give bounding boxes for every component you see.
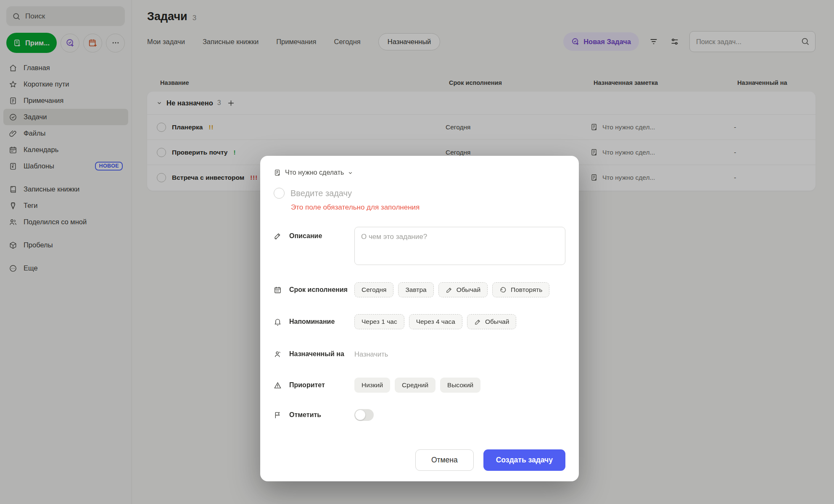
chip-label: Повторять — [511, 286, 542, 294]
reminder-label: Напоминание — [289, 318, 335, 326]
chip-label: Через 4 часа — [416, 318, 455, 326]
flag-field: Отметить — [274, 409, 565, 421]
pencil-icon — [446, 286, 453, 294]
due-chip-today[interactable]: Сегодня — [354, 282, 393, 297]
assignee-field: Назначенный на — [274, 346, 565, 362]
due-chip-tomorrow[interactable]: Завтра — [398, 282, 433, 297]
chip-label: Средний — [402, 381, 428, 389]
pencil-icon — [474, 318, 481, 326]
due-chip-custom[interactable]: Обычай — [438, 282, 488, 297]
description-label: Описание — [289, 232, 322, 240]
chip-label: Высокий — [447, 381, 473, 389]
calendar-icon — [274, 286, 282, 294]
reminder-chip-4h[interactable]: Через 4 часа — [409, 314, 462, 329]
reminder-chip-1h[interactable]: Через 1 час — [354, 314, 404, 329]
flag-label: Отметить — [289, 411, 321, 419]
flag-toggle[interactable] — [354, 409, 374, 421]
flag-icon — [274, 411, 282, 419]
chip-label: Сегодня — [362, 286, 386, 294]
reminder-field: Напоминание Через 1 час Через 4 часа Обы… — [274, 314, 565, 329]
priority-chip-high[interactable]: Высокий — [440, 378, 480, 393]
assignee-label: Назначенный на — [289, 350, 344, 358]
create-task-modal: Что нужно сделать Это поле обязательно д… — [260, 156, 579, 481]
priority-field: Приоритет Низкий Средний Высокий — [274, 378, 565, 393]
source-note-selector[interactable]: Что нужно сделать — [274, 169, 353, 176]
chip-label: Обычай — [485, 318, 509, 326]
cancel-button[interactable]: Отмена — [415, 449, 474, 471]
source-note-label: Что нужно сделать — [285, 169, 344, 176]
warning-icon — [274, 381, 282, 389]
assignee-input[interactable] — [354, 350, 480, 358]
description-field: Описание — [274, 227, 565, 265]
due-date-label: Срок исполнения — [289, 286, 348, 294]
due-chip-repeat[interactable]: Повторять — [492, 282, 549, 297]
chip-label: Завтра — [405, 286, 426, 294]
validation-error: Это поле обязательно для заполнения — [291, 203, 565, 212]
repeat-icon — [499, 286, 507, 294]
priority-chip-low[interactable]: Низкий — [354, 378, 390, 393]
pencil-icon — [274, 232, 282, 240]
chip-label: Через 1 час — [362, 318, 397, 326]
toggle-knob — [355, 410, 365, 420]
assigned-note-icon — [274, 169, 281, 176]
priority-label: Приоритет — [289, 381, 325, 389]
description-textarea[interactable] — [354, 227, 565, 265]
due-date-field: Срок исполнения Сегодня Завтра Обычай По… — [274, 282, 565, 297]
reminder-chip-custom[interactable]: Обычай — [467, 314, 516, 329]
bell-icon — [274, 318, 282, 326]
chevron-down-icon — [348, 170, 353, 176]
task-title-input[interactable] — [290, 189, 551, 198]
create-task-button[interactable]: Создать задачу — [483, 449, 565, 471]
chip-label: Обычай — [457, 286, 480, 294]
task-title-row — [274, 188, 565, 199]
person-icon — [274, 350, 282, 358]
chip-label: Низкий — [362, 381, 383, 389]
priority-chip-medium[interactable]: Средний — [395, 378, 435, 393]
task-checkbox[interactable] — [274, 188, 285, 199]
